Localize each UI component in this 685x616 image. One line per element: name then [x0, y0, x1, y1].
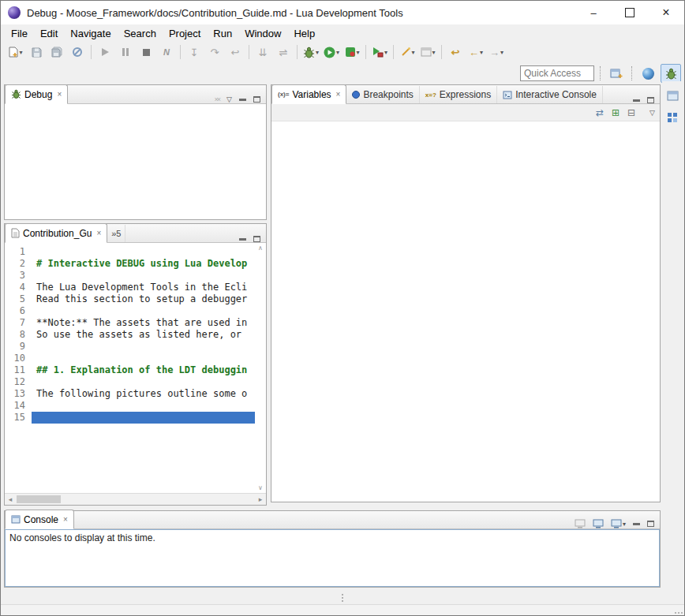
chevron-down-icon[interactable]: ▾ — [316, 49, 319, 56]
line-number: 6 — [5, 305, 32, 317]
maximize-view-button[interactable] — [253, 96, 260, 103]
debug-button[interactable]: ▾ — [301, 43, 320, 61]
menu-search[interactable]: Search — [118, 26, 163, 41]
line-number: 9 — [5, 341, 32, 353]
disconnect-icon: N — [163, 47, 170, 57]
tab-interactive-console[interactable]: Interactive Console — [497, 86, 603, 103]
chevron-down-icon[interactable]: ▾ — [384, 49, 387, 56]
hscrollbar-thumb[interactable] — [17, 495, 61, 503]
tab-contribution-guide[interactable]: Contribution_Gu × — [5, 223, 107, 243]
line-number: 4 — [5, 282, 32, 293]
external-tools-button[interactable]: ▾ — [370, 43, 389, 61]
open-console-dropdown-button[interactable]: ▾ — [611, 519, 626, 528]
chevron-down-icon[interactable]: ▾ — [480, 49, 483, 56]
line-number: 2 — [5, 258, 32, 270]
status-bar — [1, 604, 684, 615]
menu-help[interactable]: Help — [287, 26, 321, 41]
menu-run[interactable]: Run — [207, 26, 238, 41]
save-all-button[interactable] — [47, 43, 66, 61]
chevron-down-icon[interactable]: ▾ — [623, 521, 626, 528]
forward-button[interactable]: → ▾ — [487, 43, 506, 61]
menu-navigate[interactable]: Navigate — [64, 26, 117, 41]
tab-expressions[interactable]: x=? Expressions — [420, 86, 497, 103]
tab-variables[interactable]: (x)= Variables × — [271, 84, 346, 104]
last-edit-location-button[interactable]: ↩ — [446, 43, 465, 61]
close-icon[interactable]: × — [336, 90, 341, 99]
chevron-down-icon[interactable]: ▾ — [412, 49, 415, 56]
drop-to-frame-button[interactable]: ⇊ — [253, 43, 272, 61]
close-icon[interactable]: × — [96, 229, 101, 237]
remove-all-terminated-button[interactable]: ×× — [215, 95, 220, 103]
magic-wand-button[interactable]: ▾ — [398, 43, 417, 61]
show-logical-structures-button[interactable]: ⇄ — [596, 108, 604, 118]
menu-project[interactable]: Project — [163, 26, 207, 41]
tab-label: Variables — [292, 89, 331, 100]
view-menu-button[interactable]: ▽ — [649, 109, 655, 117]
chevron-down-icon[interactable]: ▾ — [432, 49, 436, 56]
scroll-right-icon[interactable]: ▸ — [255, 495, 266, 503]
ldt-perspective-button[interactable] — [638, 65, 657, 82]
tab-overflow-indicator[interactable]: »5 — [107, 225, 125, 242]
minimized-view-button-2[interactable] — [664, 110, 680, 125]
expand-all-button[interactable]: ⊞ — [612, 108, 619, 118]
scroll-down-icon[interactable]: ∨ — [258, 484, 263, 491]
scroll-left-icon[interactable]: ◂ — [5, 495, 16, 503]
step-over-button[interactable]: ↷ — [205, 43, 224, 61]
line-number: 1 — [5, 246, 32, 258]
chevron-down-icon[interactable]: ▾ — [500, 49, 503, 56]
editor-vscrollbar[interactable]: ∧ ∨ — [255, 243, 266, 493]
editor-text-area[interactable]: # Interactive DEBUG using Lua DevelopThe… — [32, 243, 255, 493]
display-selected-console-button[interactable] — [593, 519, 604, 528]
resume-button[interactable] — [95, 43, 114, 61]
tab-debug[interactable]: Debug × — [5, 84, 68, 104]
quick-access-input[interactable]: Quick Access — [520, 65, 594, 81]
menu-edit[interactable]: Edit — [34, 26, 64, 41]
disconnect-button[interactable]: N — [157, 43, 176, 61]
close-button[interactable]: × — [648, 1, 684, 24]
resize-grip[interactable] — [675, 612, 683, 614]
run-button[interactable]: ▾ — [322, 43, 341, 61]
step-into-button[interactable]: ↧ — [185, 43, 204, 61]
open-wizard-button[interactable]: ▾ — [418, 43, 437, 61]
maximize-view-button[interactable] — [647, 521, 654, 527]
new-wizard-button[interactable]: ▾ — [6, 43, 25, 61]
tab-console[interactable]: Console × — [5, 510, 74, 529]
resume-icon — [102, 48, 109, 56]
chevron-down-icon[interactable]: ▾ — [357, 49, 360, 56]
close-icon[interactable]: × — [63, 515, 68, 524]
scroll-up-icon[interactable]: ∧ — [258, 245, 263, 252]
view-menu-button[interactable]: ▽ — [226, 95, 232, 103]
ldt-perspective-icon — [642, 68, 654, 80]
minimize-button[interactable]: – — [575, 1, 612, 24]
minimize-view-button[interactable] — [239, 99, 246, 101]
minimized-view-button-1[interactable] — [664, 88, 680, 103]
maximize-view-button[interactable] — [647, 97, 654, 103]
use-step-filters-button[interactable]: ⇌ — [274, 43, 293, 61]
step-return-button[interactable]: ↩ — [226, 43, 245, 61]
collapse-all-button[interactable]: ⊟ — [627, 108, 635, 118]
skip-all-breakpoints-button[interactable] — [68, 43, 87, 61]
step-over-icon: ↷ — [211, 47, 219, 58]
menu-file[interactable]: File — [5, 26, 34, 41]
open-perspective-button[interactable] — [607, 65, 626, 82]
chevron-down-icon[interactable]: ▾ — [336, 49, 339, 56]
back-button[interactable]: ← ▾ — [466, 43, 485, 61]
minimize-view-button[interactable] — [633, 99, 640, 102]
code-line: The following pictures outline some o — [32, 388, 255, 400]
debug-perspective-icon — [665, 68, 677, 80]
chevron-down-icon[interactable]: ▾ — [19, 49, 22, 56]
menu-window[interactable]: Window — [238, 26, 287, 41]
close-icon[interactable]: × — [57, 90, 62, 99]
maximize-button[interactable] — [612, 1, 648, 24]
save-button[interactable] — [27, 43, 46, 61]
coverage-button[interactable]: ▾ — [342, 43, 361, 61]
terminate-button[interactable] — [137, 43, 155, 61]
suspend-button[interactable] — [116, 43, 135, 61]
minimize-view-button[interactable] — [633, 523, 640, 525]
debug-perspective-button[interactable] — [661, 64, 681, 83]
editor-hscrollbar[interactable]: ◂ ▸ — [5, 493, 266, 505]
tab-breakpoints[interactable]: Breakpoints — [346, 86, 419, 103]
open-console-button[interactable] — [575, 519, 586, 528]
maximize-view-button[interactable] — [253, 236, 260, 242]
minimize-view-button[interactable] — [239, 238, 246, 241]
